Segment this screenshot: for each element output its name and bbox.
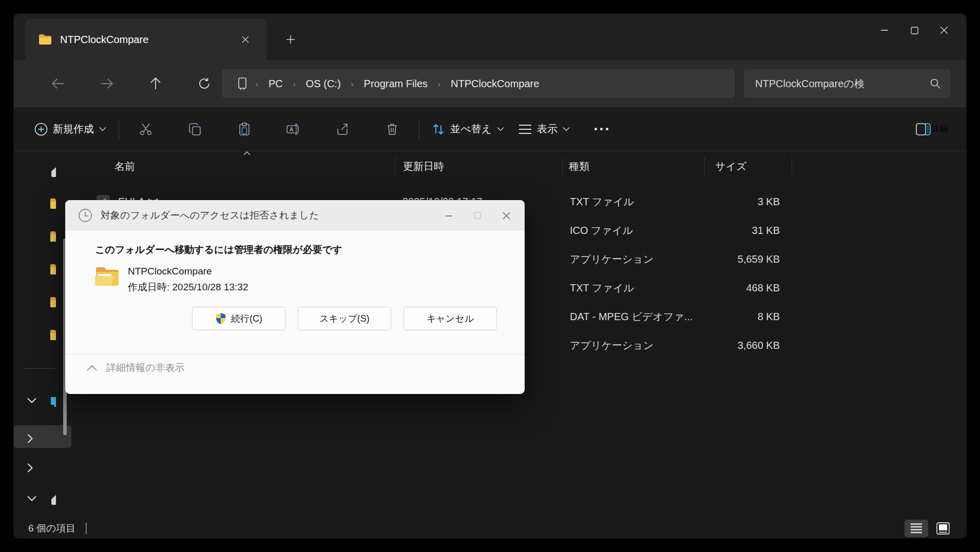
cut-icon [139,123,152,136]
up-button[interactable] [141,69,170,98]
dialog-message: このフォルダーへ移動するには管理者の権限が必要です [95,243,342,257]
breadcrumb-item[interactable]: PC [263,76,288,92]
folder-icon [50,330,56,341]
expand-chevron-icon[interactable] [27,463,33,472]
this-pc-icon [50,396,56,407]
expand-chevron-icon[interactable] [27,434,33,443]
move-operation-icon [78,208,92,223]
sort-icon [432,123,445,136]
new-button[interactable]: 新規作成 [34,115,106,144]
share-button[interactable] [329,115,357,144]
details-pane-label: 詳細 [931,124,948,134]
toolbar-separator [419,119,419,140]
chevron-down-icon [563,127,570,131]
details-view-toggle[interactable] [905,520,928,537]
dialog-separator [65,354,525,354]
dialog-title: 対象のフォルダーへのアクセスは拒否されました [101,209,434,222]
continue-button[interactable]: 続行(C) [192,307,285,330]
continue-button-label: 続行(C) [231,312,262,325]
column-headers: 名前 更新日時 種類 サイズ [83,151,966,181]
chevron-down-icon [497,127,504,131]
breadcrumb-chevron-icon: › [251,80,263,88]
folder-icon [39,34,52,45]
file-size: 31 KB [705,225,792,236]
toolbar-separator [119,119,119,140]
dialog-minimize-button[interactable] [434,200,463,231]
refresh-button[interactable] [190,69,219,98]
window-controls [870,18,959,43]
folder-icon [50,231,56,243]
hide-details-toggle[interactable]: 詳細情報の非表示 [87,361,184,374]
maximize-button[interactable] [899,18,929,43]
minimize-button[interactable] [870,18,899,43]
dialog-close-button[interactable] [492,200,521,231]
search-input[interactable] [744,77,920,90]
folder-icon [50,199,56,210]
collapse-chevron-icon[interactable] [27,496,36,501]
breadcrumb-item[interactable]: OS (C:) [301,76,346,92]
file-type: ICO ファイル [563,224,705,238]
column-header-size[interactable]: サイズ [705,151,792,181]
skip-button-label: スキップ(S) [319,312,370,325]
back-button[interactable] [44,69,72,98]
rename-icon: A [286,123,301,136]
share-icon [336,123,350,136]
search-icon [930,78,941,89]
view-button[interactable]: 表示 [518,115,570,144]
skip-button[interactable]: スキップ(S) [298,307,391,330]
more-options-icon [594,128,608,130]
column-separator[interactable] [395,157,395,175]
file-type: アプリケーション [563,252,705,266]
cancel-button[interactable]: キャンセル [403,307,497,330]
plus-circle-icon [34,123,48,136]
cut-button[interactable] [131,115,160,144]
dialog-created-date: 作成日時: 2025/10/28 13:32 [128,281,248,294]
more-options-button[interactable] [587,115,616,144]
file-size: 5,659 KB [705,253,792,265]
column-header-type[interactable]: 種類 [563,151,705,181]
sort-button[interactable]: 並べ替え [432,115,504,144]
column-header-modified[interactable]: 更新日時 [395,151,563,181]
folder-icon [50,297,56,308]
column-separator[interactable] [792,157,792,175]
collapse-chevron-icon[interactable] [27,398,36,403]
column-header-name[interactable]: 名前 [83,151,395,181]
rename-button[interactable]: A [279,115,308,144]
file-size: 3,660 KB [705,340,792,351]
status-bar: 6 個の項目 [14,519,966,538]
details-pane-button[interactable]: 詳細 [916,115,948,144]
open-folder-icon [95,266,121,294]
breadcrumb-item[interactable]: Program Files [359,76,433,92]
breadcrumb-chevron-icon: › [433,80,446,88]
thumbnail-view-icon [936,522,950,535]
copy-icon [188,123,202,136]
explorer-window: NTPClockCompare [14,14,966,538]
copy-button[interactable] [181,115,209,144]
chevron-up-icon [87,365,97,371]
breadcrumb-item[interactable]: NTPClockCompare [446,76,544,92]
delete-button[interactable] [378,115,407,144]
column-separator[interactable] [704,157,705,175]
tab-close-icon[interactable] [236,30,255,49]
this-pc-icon [236,77,248,90]
item-count-label: 6 個の項目 [28,522,75,535]
file-size: 3 KB [705,196,792,208]
file-type: DAT - MPEG ビデオファ... [563,310,705,324]
forward-button[interactable] [92,69,121,98]
paste-icon [238,123,251,136]
tab-strip: NTPClockCompare [14,14,966,60]
uac-shield-icon [215,312,226,325]
sidebar-separator [25,368,56,369]
details-pane-icon [916,123,931,135]
close-button[interactable] [929,18,959,43]
new-tab-button[interactable] [279,28,302,51]
dialog-maximize-button[interactable] [463,200,492,231]
explorer-tab[interactable]: NTPClockCompare [25,19,266,60]
file-type: TXT ファイル [563,195,705,209]
dialog-titlebar: 対象のフォルダーへのアクセスは拒否されました [65,200,525,231]
access-denied-dialog: 対象のフォルダーへのアクセスは拒否されました このフォルダーへ移動するには管理者… [65,200,525,394]
column-separator[interactable] [562,157,563,175]
network-icon [50,494,56,505]
paste-button[interactable] [230,115,259,144]
thumbnail-view-toggle[interactable] [931,520,955,537]
